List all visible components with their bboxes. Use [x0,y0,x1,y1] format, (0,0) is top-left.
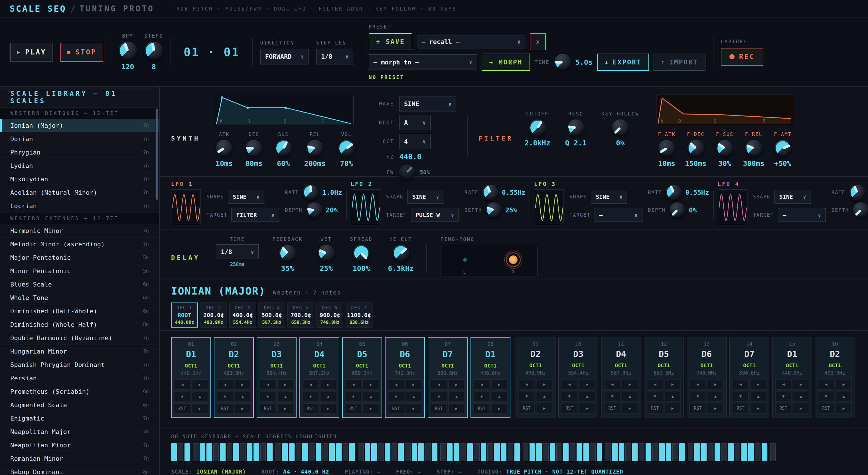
step-cell[interactable]: 12D5OCT1659.3Hz◀▶▼▲RST▶ [644,337,684,418]
step-octave-up-button[interactable]: ▲ [622,391,638,402]
pulse-width-knob[interactable] [399,164,414,180]
step-octave-down-button[interactable]: ▼ [217,391,233,402]
step-reset-button[interactable]: RST [775,403,791,413]
key-highlighted[interactable] [316,443,321,461]
f-sustain-knob[interactable] [716,140,733,157]
scale-list-item[interactable]: Spanish Phrygian Dominant7n [0,358,159,372]
key[interactable] [392,443,397,461]
degree-chip[interactable]: DEG 1ROOT440.0Hz [171,303,198,327]
step-reset-button[interactable]: RST [260,404,276,414]
key-highlighted[interactable] [412,443,417,461]
lfo-rate-knob[interactable] [303,185,318,200]
key[interactable] [721,443,727,461]
scale-list-item[interactable]: Persian7n [0,372,159,385]
degree-chip[interactable]: DEG 3400.0¢554.4Hz [229,303,256,327]
record-button[interactable]: REC [721,48,763,66]
step-octave-down-button[interactable]: ▼ [604,391,620,402]
key[interactable] [240,443,246,461]
lfo-waveform-display[interactable] [171,189,201,225]
step-audition-button[interactable]: ▶ [277,404,293,414]
cutoff-knob[interactable] [529,120,546,136]
lfo-rate-knob[interactable] [849,185,865,200]
scale-list-item[interactable]: Locrian7n [0,199,159,213]
key-highlighted[interactable] [385,443,391,461]
step-audition-button[interactable]: ▶ [793,403,809,413]
f-release-knob[interactable] [745,140,762,157]
step-reset-button[interactable]: RST [431,404,447,414]
step-reset-button[interactable]: RST [388,404,404,414]
key[interactable] [672,443,678,461]
key[interactable] [178,443,184,461]
step-next-note-button[interactable]: ▶ [622,379,638,389]
scale-list-item[interactable]: Major Pentatonic5n [0,251,159,264]
scale-list-item[interactable]: Harmonic Minor7n [0,224,159,238]
lfo-target-select[interactable]: –∨ [778,208,826,222]
key-highlighted[interactable] [171,443,177,461]
step-reset-button[interactable]: RST [303,404,318,414]
step-audition-button[interactable]: ▶ [448,404,465,414]
import-button[interactable]: ↑ IMPORT [654,54,706,71]
scale-list-item[interactable]: Neapolitan Minor7n [0,439,159,452]
step-next-note-button[interactable]: ▶ [665,379,681,389]
lfo-target-select[interactable]: FILTER∨ [231,208,279,222]
step-next-note-button[interactable]: ▶ [192,379,208,390]
step-octave-down-button[interactable]: ▼ [174,391,190,402]
key-highlighted[interactable] [715,443,720,461]
step-reset-button[interactable]: RST [647,403,663,413]
step-octave-up-button[interactable]: ▲ [793,391,809,402]
step-prev-note-button[interactable]: ◀ [260,379,276,390]
scale-list-item[interactable]: Dorian7n [0,132,159,146]
release-knob[interactable] [307,140,323,157]
key-highlighted[interactable] [418,443,424,461]
f-amount-knob[interactable] [774,140,791,157]
key-highlighted[interactable] [199,443,205,461]
step-cell[interactable]: 10D3OCT1554.4Hz◀▶▼▲RST▶ [558,337,598,418]
scale-list-item[interactable]: Diminished (Whole-Half)8n [0,318,159,331]
scale-list-item[interactable]: Bebop Dominant8n [0,465,159,475]
step-audition-button[interactable]: ▶ [622,403,638,413]
hi-cut-knob[interactable] [393,245,409,261]
key[interactable] [309,443,315,461]
step-audition-button[interactable]: ▶ [406,404,422,414]
export-button[interactable]: ↓ EXPORT [597,54,649,71]
key[interactable] [735,443,741,461]
key-highlighted[interactable] [432,443,438,461]
step-prev-note-button[interactable]: ◀ [604,379,620,389]
step-audition-button[interactable]: ▶ [235,404,251,414]
key-highlighted[interactable] [398,443,404,461]
step-next-note-button[interactable]: ▶ [448,379,465,390]
key[interactable] [507,443,513,461]
degree-chip[interactable]: DEG 71100.0¢830.6Hz [346,303,372,327]
morph-time-knob[interactable] [554,54,571,70]
delay-time-select[interactable]: 1/8 ∨ [216,244,259,259]
step-prev-note-button[interactable]: ◀ [818,379,834,389]
step-next-note-button[interactable]: ▶ [708,379,723,389]
lfo-shape-select[interactable]: SINE∨ [591,190,627,203]
key-highlighted[interactable] [481,443,487,461]
step-audition-button[interactable]: ▶ [708,403,723,413]
key-highlighted[interactable] [741,443,747,461]
filter-envelope-display[interactable]: A D S R [656,95,793,125]
scale-list-item[interactable]: Hungarian Minor7n [0,345,159,358]
lfo-shape-select[interactable]: SINE∨ [774,190,811,203]
preset-recall-select[interactable]: – recall – ∨ [417,34,525,49]
degree-chip[interactable]: DEG 6900.0¢740.0Hz [316,303,343,327]
step-prev-note-button[interactable]: ◀ [174,379,190,390]
step-reset-button[interactable]: RST [561,403,578,413]
lfo-shape-select[interactable]: SINE∨ [407,190,444,203]
key-highlighted[interactable] [349,443,355,461]
scale-list-item[interactable]: Romanian Minor7n [0,452,159,465]
key[interactable] [487,443,493,461]
key-highlighted[interactable] [694,443,700,461]
key[interactable] [639,443,645,461]
step-prev-note-button[interactable]: ◀ [431,379,447,390]
step-octave-up-button[interactable]: ▲ [235,391,251,402]
step-prev-note-button[interactable]: ◀ [647,379,663,389]
step-next-note-button[interactable]: ▶ [320,379,336,390]
bpm-knob[interactable] [119,42,137,60]
step-reset-button[interactable]: RST [217,404,233,414]
stop-button[interactable]: ■ STOP [60,43,103,62]
f-attack-knob[interactable] [658,140,675,157]
key-highlighted[interactable] [762,443,767,461]
step-prev-note-button[interactable]: ◀ [561,379,578,389]
